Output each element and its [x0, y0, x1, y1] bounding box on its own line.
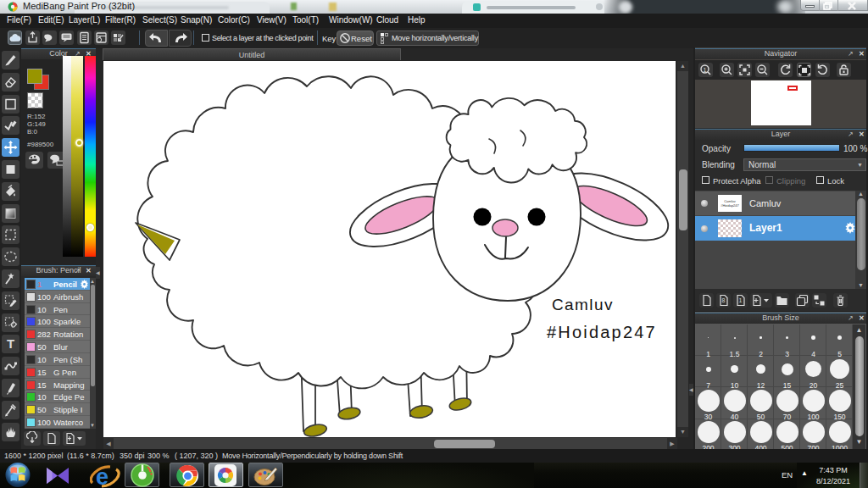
svg-text:1: 1: [704, 67, 707, 73]
svg-text:#Hoidap247: #Hoidap247: [547, 323, 657, 341]
svg-text:8: 8: [722, 297, 726, 303]
svg-text:Camluv: Camluv: [552, 296, 614, 313]
svg-text:1: 1: [739, 297, 743, 303]
